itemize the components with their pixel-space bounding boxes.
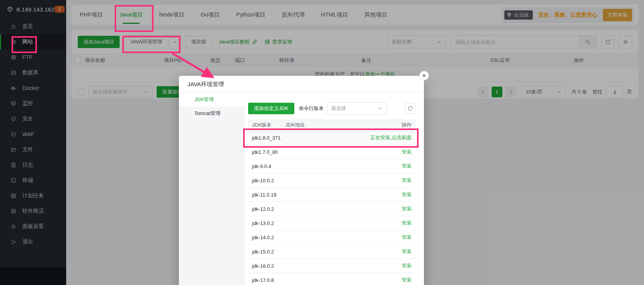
jdk-version: jdk-12.0.2	[252, 206, 285, 212]
jdk-version: jdk-11.0.19	[252, 192, 285, 198]
jdk-action-link[interactable]: 安装	[402, 277, 412, 283]
modal-header: JAVA环境管理	[179, 76, 424, 93]
jdk-row: jdk-11.0.19 安装	[248, 188, 415, 202]
jdk-manager-content: 添加自定义JDK 命令行版本 请选择 JDK版本 JDK地址 操作	[245, 93, 424, 285]
jdk-row: jdk-10.0.2 安装	[248, 173, 415, 188]
jdk-refresh-button[interactable]	[405, 103, 415, 114]
jdk-version: jdk-17.0.8	[252, 277, 285, 283]
jdk-version: jdk-10.0.2	[252, 178, 285, 183]
jdk-row: jdk1.8.0_371 正在安装,点击刷新	[248, 131, 415, 145]
jdk-action-link[interactable]: 安装	[402, 248, 412, 255]
modal-close-button[interactable]	[419, 71, 429, 80]
modal-tab[interactable]: Tomcat管理	[179, 107, 245, 120]
close-icon	[422, 73, 427, 78]
jdk-version-header: JDK版本	[252, 122, 285, 128]
cli-version-select[interactable]: 请选择	[327, 102, 387, 115]
java-env-modal: JAVA环境管理 JDK管理 Tomcat管理 添加自定义JDK 命令行版本 请…	[179, 76, 424, 285]
jdk-version: jdk-14.0.2	[252, 235, 285, 240]
add-custom-jdk-button[interactable]: 添加自定义JDK	[248, 103, 294, 114]
jdk-action-header: 操作	[402, 122, 412, 128]
jdk-version: jdk1.8.0_371	[252, 135, 285, 141]
jdk-action-link[interactable]: 安装	[402, 220, 412, 227]
jdk-version: jdk-16.0.2	[252, 263, 285, 269]
jdk-row: jdk-15.0.2 安装	[248, 245, 415, 259]
jdk-action-link[interactable]: 安装	[402, 262, 412, 269]
cli-version-label: 命令行版本	[299, 105, 324, 112]
modal-tab-label: Tomcat管理	[194, 110, 220, 116]
jdk-action-link[interactable]: 正在安装,点击刷新	[370, 134, 412, 141]
jdk-action-link[interactable]: 安装	[402, 234, 412, 241]
jdk-action-link[interactable]: 安装	[402, 191, 412, 198]
jdk-row: jdk-16.0.2 安装	[248, 259, 415, 273]
jdk-row: jdk-17.0.8 安装	[248, 273, 415, 285]
jdk-table-header: JDK版本 JDK地址 操作	[248, 119, 415, 131]
jdk-row: jdk-13.0.2 安装	[248, 216, 415, 230]
jdk-version: jdk-9.0.4	[252, 163, 285, 169]
jdk-table: JDK版本 JDK地址 操作 jdk1.8.0_371 正在安装,点击刷新 jd…	[248, 119, 415, 285]
jdk-version: jdk1.7.0_80	[252, 149, 285, 155]
modal-tabs: JDK管理 Tomcat管理	[179, 93, 245, 285]
jdk-toolbar: 添加自定义JDK 命令行版本 请选择	[248, 102, 415, 115]
modal-tab-label: JDK管理	[194, 97, 214, 102]
jdk-action-link[interactable]: 安装	[402, 205, 412, 212]
jdk-action-link[interactable]: 安装	[402, 163, 412, 170]
modal-title: JAVA环境管理	[187, 81, 224, 87]
refresh-icon	[407, 105, 413, 112]
jdk-action-link[interactable]: 安装	[402, 177, 412, 184]
jdk-version: jdk-13.0.2	[252, 220, 285, 226]
jdk-action-link[interactable]: 安装	[402, 148, 412, 155]
screen: 8.149.143.162 2 首页 网站 FTP 数据库 D	[0, 0, 644, 285]
jdk-row: jdk-12.0.2 安装	[248, 202, 415, 216]
jdk-row: jdk-14.0.2 安装	[248, 230, 415, 245]
jdk-address-header: JDK地址	[285, 122, 402, 128]
jdk-rows: jdk1.8.0_371 正在安装,点击刷新 jdk1.7.0_80 安装 jd…	[248, 131, 415, 285]
cli-select-placeholder: 请选择	[331, 105, 346, 112]
jdk-row: jdk1.7.0_80 安装	[248, 145, 415, 159]
chevron-down-icon	[378, 106, 382, 111]
modal-tab[interactable]: JDK管理	[179, 93, 245, 107]
jdk-row: jdk-9.0.4 安装	[248, 159, 415, 173]
jdk-version: jdk-15.0.2	[252, 249, 285, 255]
modal-body: JDK管理 Tomcat管理 添加自定义JDK 命令行版本 请选择	[179, 93, 424, 285]
